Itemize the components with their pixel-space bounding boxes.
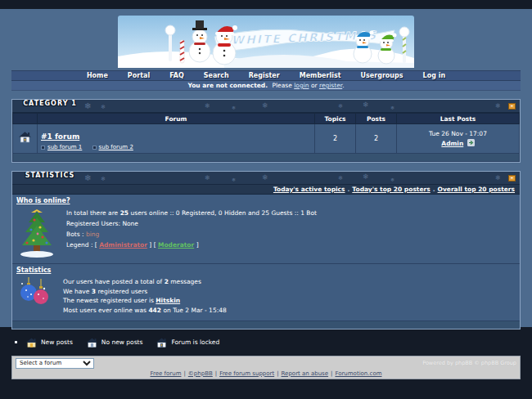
phpbb-link[interactable]: ©phpBB [188, 370, 213, 377]
locked-house-icon [18, 131, 32, 143]
forumotion-link[interactable]: Forumotion.com [335, 370, 381, 377]
christmas-baubles-image [17, 277, 52, 307]
snowflake-icon: ❄ [205, 174, 210, 182]
nav-home[interactable]: Home [87, 72, 108, 79]
page-background: WHITE CHRISTMAS [0, 9, 532, 327]
section-bottom-spacer [12, 321, 520, 329]
statistics-sub-link[interactable]: Statistics [16, 267, 51, 274]
subforum-list: sub forum 1 sub forum 2 [41, 144, 311, 150]
todays-active-topics-link[interactable]: Today's active topics [273, 186, 345, 193]
bot-name: bing [86, 231, 99, 238]
registered-users-count: 3 [92, 288, 96, 295]
nav-register[interactable]: Register [249, 72, 280, 79]
nav-search[interactable]: Search [204, 72, 229, 79]
registered-count-line: We have 3 registered users [63, 287, 227, 297]
forum-support-link[interactable]: Free forum support [219, 370, 274, 377]
legend-new-posts-label: New posts [41, 338, 73, 346]
overall-top-posters-link[interactable]: Overall top 20 posters [438, 186, 515, 193]
forum-jump-select[interactable]: Select a forum [16, 358, 94, 369]
forum-table: Forum Topics Posts Last Posts #1 forum [12, 113, 520, 162]
new-posts-house-icon [25, 337, 38, 348]
forum-row: #1 forum sub forum 1 sub forum 2 2 2 Tue… [13, 124, 520, 154]
legend-no-new-posts-label: No new posts [101, 338, 143, 346]
snowflake-icon: ❄ [205, 102, 210, 110]
category-header: ❄ ❄ ❄ ❄ ❄ ❄ ❄ ❄ ❄ Category 1 - [12, 100, 520, 113]
free-forum-link[interactable]: Free forum [151, 370, 182, 377]
view-latest-post-icon[interactable] [467, 139, 475, 146]
footer-bar: Select a forum Powered by phpBB © phpBB … [11, 356, 521, 379]
bots-line: Bots : bing [66, 229, 317, 240]
collapse-statistics-button[interactable]: - [508, 175, 516, 182]
subforum-link-1[interactable]: sub forum 1 [47, 144, 82, 150]
col-header-forum: Forum [38, 114, 315, 124]
snowflake-icon: ❄ [101, 104, 106, 110]
who-is-online-link[interactable]: Who is online? [16, 197, 70, 204]
report-abuse-link[interactable]: Report an abuse [282, 370, 329, 377]
last-post-user-link[interactable]: Admin [441, 140, 463, 147]
snowflake-icon: ❄ [262, 173, 268, 182]
administrator-legend-link[interactable]: Administrator [99, 241, 147, 249]
nav-faq[interactable]: FAQ [169, 72, 184, 79]
legend-forum-locked-label: Forum is locked [171, 338, 219, 346]
bullet-icon [15, 341, 17, 343]
nav-bar: Home Portal FAQ Search Register Memberli… [11, 70, 521, 81]
nav-login[interactable]: Log in [423, 72, 446, 79]
newest-user-link[interactable]: Hitskin [156, 297, 180, 304]
forum-locked-house-icon [156, 337, 168, 348]
total-messages-line: Our users have posted a total of 2 messa… [63, 277, 227, 287]
snowflake-icon: ❄ [262, 101, 268, 110]
newest-user-line: The newest registered user is Hitskin [63, 296, 227, 306]
snowflake-icon: ❄ [495, 102, 501, 110]
register-link[interactable]: register [319, 82, 342, 89]
most-online-count: 442 [148, 307, 161, 314]
messages-count: 2 [165, 278, 169, 285]
most-online-line: Most users ever online was 442 on Tue 2 … [63, 306, 227, 316]
statistics-header: ❄ ❄ ❄ ❄ ❄ ❄ ❄ ❄ ❄ Statistics - [12, 172, 520, 185]
snowflake-icon: ❄ [363, 101, 369, 109]
collapse-category-button[interactable]: - [508, 103, 516, 110]
statistics-section: ❄ ❄ ❄ ❄ ❄ ❄ ❄ ❄ ❄ Statistics - Today's a… [11, 171, 521, 330]
connection-please: Please [272, 82, 291, 89]
statistics-row: Our users have posted a total of 2 messa… [12, 275, 520, 321]
nav-usergroups[interactable]: Usergroups [361, 72, 404, 79]
col-header-topics: Topics [315, 114, 356, 124]
todays-top-posters-link[interactable]: Today's top 20 posters [352, 186, 430, 193]
nav-portal[interactable]: Portal [128, 72, 150, 79]
footer-links: Free forum|©phpBB|Free forum support|Rep… [16, 370, 516, 377]
no-new-posts-house-icon [86, 337, 98, 348]
subforum-bullet-icon [92, 146, 97, 150]
snowflake-icon: ❄ [232, 105, 236, 110]
statistics-links-bar: Today's active topics.Today's top 20 pos… [12, 185, 520, 195]
snowflake-icon: ❄ [101, 176, 106, 182]
statistics-title: Statistics [22, 173, 78, 178]
posts-legend: New posts No new posts Forum is locked [15, 337, 521, 348]
nav-memberlist[interactable]: Memberlist [300, 72, 341, 79]
snowflake-icon: ❄ [338, 103, 343, 110]
category-title[interactable]: Category 1 [22, 101, 78, 106]
connection-status: You are not connected. [187, 82, 268, 89]
subforum-link-2[interactable]: sub forum 2 [99, 144, 133, 150]
online-count: 25 [120, 209, 128, 217]
snowflake-icon: ❄ [232, 177, 236, 182]
login-link[interactable]: login [294, 82, 309, 89]
online-total-line: In total there are 25 users online :: 0 … [66, 208, 317, 218]
snowflake-icon: ❄ [84, 101, 91, 110]
powered-by-text: Powered by phpBB © phpBB Group [422, 360, 516, 366]
snowflake-icon: ❄ [390, 105, 394, 110]
who-is-online-row: In total there are 25 users online :: 0 … [12, 205, 520, 263]
snowflake-icon: ❄ [338, 175, 343, 182]
snowflake-icon: ❄ [363, 173, 369, 181]
subforum-bullet-icon [41, 146, 45, 150]
category-section: ❄ ❄ ❄ ❄ ❄ ❄ ❄ ❄ ❄ Category 1 - Forum Top… [11, 99, 521, 163]
connection-status-bar: You are not connected. Please login or r… [11, 81, 521, 91]
legend-line: Legend : [ Administrator ] [ Moderator ] [66, 240, 317, 250]
moderator-legend-link[interactable]: Moderator [158, 241, 194, 249]
col-header-lastposts: Last Posts [397, 114, 520, 124]
forum-link[interactable]: #1 forum [41, 132, 79, 141]
posts-count: 2 [356, 124, 397, 154]
topics-count: 2 [315, 124, 356, 154]
col-header-posts: Posts [356, 114, 397, 124]
forum-status-icon-cell [13, 124, 38, 154]
snowflake-icon: ❄ [84, 173, 91, 182]
snowflake-icon: ❄ [495, 174, 501, 182]
